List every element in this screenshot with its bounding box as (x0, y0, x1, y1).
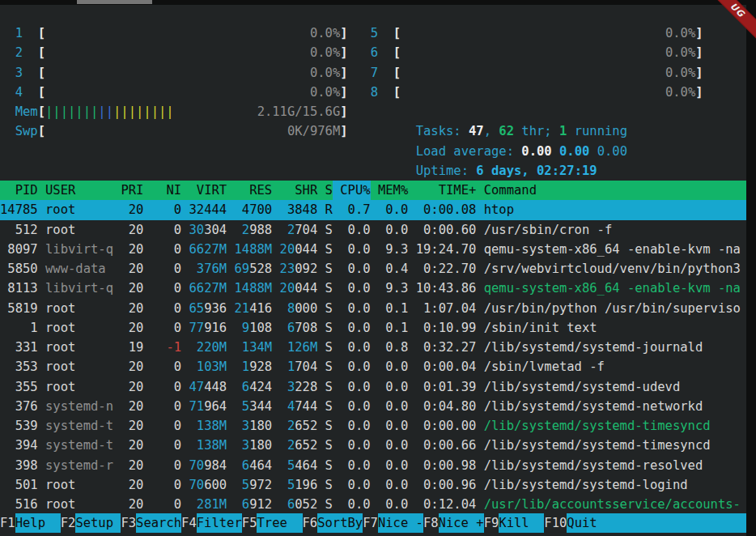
cell-command: /sbin/init text (476, 318, 746, 338)
cell-pid: 1 (0, 318, 38, 338)
cell-pid: 8113 (0, 279, 38, 298)
process-row-5850[interactable]: 5850www-data200376M6952823092S0.00.40:22… (0, 259, 746, 279)
process-row-539[interactable]: 539systemd-t200138M31802652S0.00.00:00.0… (0, 416, 746, 436)
cell-ni: -1 (143, 338, 181, 357)
process-row-8113[interactable]: 8113libvirt-q2006627M1488M20044S0.09.310… (0, 279, 746, 298)
column-header-time[interactable]: TIME+ (408, 181, 476, 200)
cell-res: 1488M (227, 240, 272, 259)
fnkey-f7[interactable]: F7 (363, 513, 378, 533)
fnlabel-help[interactable]: Help (15, 513, 61, 533)
column-header-ni[interactable]: NI (143, 181, 181, 200)
column-header-virt[interactable]: VIRT (181, 181, 227, 200)
fnkey-f6[interactable]: F6 (303, 513, 318, 533)
mem-meter: Mem[|||||||||||||||||2.11G/15.6G] (15, 102, 348, 121)
cell-res: 2988 (227, 220, 272, 240)
cell-shr: 2652 (272, 436, 317, 455)
cell-virt: 47448 (181, 377, 227, 397)
cell-state: S (317, 475, 333, 495)
process-row-501[interactable]: 501root2007060059725196S0.00.00:00.96/li… (0, 475, 746, 495)
cell-time: 0:04.80 (408, 397, 476, 416)
process-row-355[interactable]: 355root2004744864243228S0.00.00:01.39/li… (0, 377, 746, 397)
cell-command: /usr/lib/accountsservice/accounts- (476, 495, 746, 514)
cpu-meter-3-label: 3 (15, 63, 38, 83)
cell-shr: 4744 (272, 397, 317, 416)
cell-res: 1928 (227, 357, 272, 376)
cpu-meter-2-value: 0.0% (310, 43, 340, 62)
process-row-1[interactable]: 1root2007791691086708S0.00.10:10.99/sbin… (0, 318, 746, 338)
fnlabel-filter[interactable]: Filter (197, 513, 242, 533)
cell-cpu: 0.0 (333, 495, 371, 514)
process-row-516[interactable]: 516root200281M69126052S0.00.00:12.04/usr… (0, 495, 746, 514)
column-header-user[interactable]: USER (38, 181, 113, 200)
cell-pid: 376 (0, 397, 38, 416)
cell-command: /lib/systemd/systemd-timesyncd (476, 416, 746, 436)
column-header-mem[interactable]: MEM% (371, 181, 409, 200)
cell-shr: 6708 (272, 318, 317, 338)
cpu-meter-6-open-bracket: [ (393, 43, 401, 62)
mem-meter-value: 2.11G/15.6G (257, 102, 341, 121)
fnkey-f5[interactable]: F5 (242, 513, 257, 533)
cell-res: 6424 (227, 377, 272, 397)
cell-time: 0:00.60 (408, 220, 476, 240)
cell-state: S (317, 456, 333, 475)
cell-command: /lib/systemd/systemd-udevd (476, 377, 746, 397)
process-row-512[interactable]: 512root2003030429882704S0.00.00:00.60/us… (0, 220, 746, 240)
fnlabel-nice-[interactable]: Nice + (439, 513, 484, 533)
cell-virt: 103M (181, 357, 227, 376)
cell-shr: 5196 (272, 475, 317, 495)
fnlabel-tree[interactable]: Tree (257, 513, 302, 533)
cell-user: libvirt-q (38, 240, 113, 259)
fnlabel-quit[interactable]: Quit (567, 513, 746, 533)
process-row-394[interactable]: 394systemd-t200138M31802652S0.00.00:00.6… (0, 436, 746, 455)
cell-shr: 20044 (272, 279, 317, 298)
fnkey-f2[interactable]: F2 (61, 513, 76, 533)
cpu-meter-3-open-bracket: [ (38, 63, 45, 83)
fnkey-f10[interactable]: F10 (544, 513, 567, 533)
fnlabel-sortby[interactable]: SortBy (317, 513, 363, 533)
cell-mem: 9.3 (371, 279, 409, 298)
column-header-pid[interactable]: PID (0, 181, 38, 200)
cell-pid: 512 (0, 220, 38, 240)
process-row-8097[interactable]: 8097libvirt-q2006627M1488M20044S0.09.319… (0, 240, 746, 259)
cpu-meter-8-value: 0.0% (665, 83, 695, 102)
fnlabel-nice-[interactable]: Nice - (378, 513, 423, 533)
cell-state: S (317, 357, 333, 376)
fnkey-f8[interactable]: F8 (423, 513, 439, 533)
fnlabel-setup[interactable]: Setup (75, 513, 121, 533)
column-header-command[interactable]: Command (476, 181, 746, 200)
cell-pri: 20 (113, 456, 143, 475)
cell-pid: 516 (0, 495, 38, 514)
cell-state: S (317, 377, 333, 397)
column-header-res[interactable]: RES (227, 181, 272, 200)
cell-pid: 353 (0, 357, 38, 376)
process-row-398[interactable]: 398systemd-r2007098464645464S0.00.00:00.… (0, 456, 746, 475)
column-header-cpu-sorted[interactable]: CPU% (333, 181, 371, 200)
cpu-meter-8-label: 8 (371, 83, 393, 102)
column-header-pri[interactable]: PRI (113, 181, 143, 200)
column-header-state[interactable]: S (317, 181, 333, 200)
debug-ribbon-label: UG (728, 1, 746, 19)
fnkey-f9[interactable]: F9 (484, 513, 499, 533)
cell-mem: 0.1 (371, 299, 409, 318)
cell-state: S (317, 259, 333, 279)
cpu-meter-2-close-bracket: ] (340, 43, 347, 62)
column-header-shr[interactable]: SHR (272, 181, 317, 200)
cell-res: 134M (227, 338, 272, 357)
process-row-376[interactable]: 376systemd-n2007196453444744S0.00.00:04.… (0, 397, 746, 416)
swp-meter-value: 0K/976M (287, 121, 340, 141)
cell-time: 0:00.08 (408, 200, 476, 219)
fnkey-f4[interactable]: F4 (181, 513, 197, 533)
process-row-353[interactable]: 353root200103M19281704S0.00.00:00.04/sbi… (0, 357, 746, 376)
process-row-5819[interactable]: 5819root20065936214168000S0.00.11:07.04/… (0, 299, 746, 318)
cpu-meter-7-close-bracket: ] (695, 63, 703, 83)
fnkey-f1[interactable]: F1 (0, 513, 15, 533)
cell-pid: 501 (0, 475, 38, 495)
cpu-meter-4-close-bracket: ] (340, 83, 347, 102)
cell-res: 5972 (227, 475, 272, 495)
fnlabel-kill[interactable]: Kill (499, 513, 544, 533)
cell-mem: 0.8 (371, 338, 409, 357)
fnlabel-search[interactable]: Search (136, 513, 181, 533)
fnkey-f3[interactable]: F3 (121, 513, 136, 533)
process-row-331[interactable]: 331root19-1220M134M126MS0.00.80:32.27/li… (0, 338, 746, 357)
process-row-14785[interactable]: 14785root2003244447003848R0.70.00:00.08h… (0, 200, 746, 219)
